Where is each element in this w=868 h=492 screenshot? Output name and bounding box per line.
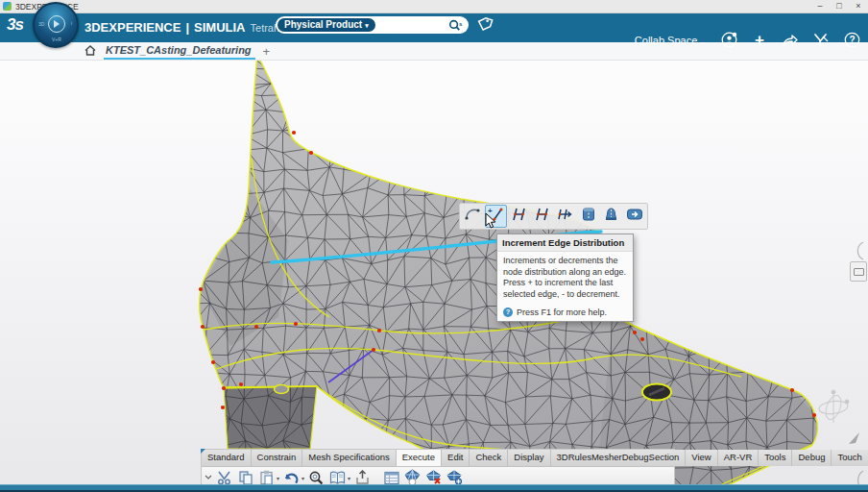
- profile-icon[interactable]: [720, 32, 737, 49]
- mesh-vertex: [790, 388, 794, 392]
- action-bar: StandardConstrainMesh SpecificationsExec…: [201, 449, 675, 488]
- mesh-vertex: [222, 386, 226, 390]
- undo-dropdown-icon[interactable]: ▾: [301, 475, 304, 481]
- brand-suite: SIMULIA: [194, 20, 245, 35]
- tab-active-document[interactable]: KTEST_CAsting_Defeaturing: [104, 43, 255, 60]
- mesh-vertex: [239, 382, 243, 386]
- mesh-notch: [275, 385, 289, 394]
- tooltip-help-text: Press F1 for more help.: [517, 308, 607, 317]
- top-search-bar[interactable]: Physical Product▾ s: [276, 16, 469, 34]
- mesh-vertex: [199, 287, 203, 291]
- window-titlebar: 3DEXPERIENCE – □ ×: [0, 0, 868, 13]
- edge-distribution-geometric-icon: [534, 207, 550, 226]
- tetrahedron-mesh-canvas: [0, 0, 868, 492]
- mesh-vertex: [292, 131, 296, 135]
- mesh-vertex: [221, 406, 225, 409]
- mesh-vertex: [211, 360, 215, 364]
- propagate-edge-distribution-button[interactable]: [554, 205, 576, 228]
- action-tab-standard[interactable]: Standard: [202, 450, 252, 466]
- brand-3dexperience: 3DEXPERIENCE: [84, 20, 181, 35]
- curve-distribution-button[interactable]: [462, 205, 484, 228]
- window-app-icon: [3, 2, 12, 11]
- action-tab-edit[interactable]: Edit: [442, 450, 470, 466]
- edge-distribution-button[interactable]: [508, 205, 530, 228]
- mouse-cursor: [485, 212, 497, 234]
- mesh-bell-icon: [604, 207, 618, 226]
- action-tab-check[interactable]: Check: [470, 450, 508, 466]
- mesh-vertex: [377, 329, 381, 332]
- maximize-button[interactable]: □: [830, 0, 849, 12]
- brand-separator: |: [185, 20, 189, 35]
- edge-distribution-icon: [511, 207, 527, 226]
- tooltip-title: Increment Edge Distribution: [497, 234, 633, 252]
- propagate-edge-distribution-icon: [556, 207, 574, 226]
- mesh-vertex: [309, 151, 313, 155]
- rotation-gizmo: [818, 390, 859, 444]
- edge-distribution-geometric-button[interactable]: [531, 205, 553, 228]
- 3ds-logo-icon[interactable]: 3s: [7, 15, 23, 35]
- hidden-panel-tab[interactable]: [850, 261, 867, 282]
- search-input[interactable]: [375, 17, 448, 33]
- mesh-vertex: [633, 331, 637, 334]
- action-tab-touch[interactable]: Touch: [832, 450, 868, 466]
- 6wtags-icon[interactable]: [475, 16, 494, 37]
- action-tab-display[interactable]: Display: [508, 450, 550, 466]
- search-icon[interactable]: s: [448, 19, 463, 32]
- help-badge-icon: ?: [503, 308, 513, 317]
- mesh-vertex: [294, 322, 298, 326]
- mesh-part-icon: [581, 207, 596, 226]
- mesh-vertex: [372, 348, 375, 352]
- mesh-part-button[interactable]: [577, 205, 599, 228]
- tooltip-body: Increments or decrements the node distri…: [497, 252, 633, 306]
- close-button[interactable]: ×: [849, 0, 868, 12]
- add-content-button[interactable]: +: [751, 32, 768, 49]
- paste-dropdown-icon[interactable]: ▾: [277, 475, 279, 481]
- viewport-3d[interactable]: [0, 0, 868, 492]
- 3d-compass[interactable]: 3D V+R i: [33, 2, 79, 48]
- action-tab-view[interactable]: View: [686, 450, 717, 466]
- new-tab-button[interactable]: +: [263, 44, 271, 59]
- action-tab-3drulesmesherdebugsection[interactable]: 3DRulesMesherDebugSection: [551, 450, 687, 466]
- 3ds-play-icon[interactable]: [812, 32, 830, 49]
- curve-distribution-icon: [465, 207, 481, 226]
- share-icon[interactable]: [782, 32, 799, 49]
- action-tab-execute[interactable]: Execute: [397, 450, 442, 466]
- action-tab-debug[interactable]: Debug: [792, 450, 832, 466]
- action-tab-tools[interactable]: Tools: [759, 450, 792, 466]
- help-icon[interactable]: ?: [843, 32, 860, 49]
- action-tab-mesh-specifications[interactable]: Mesh Specifications: [302, 450, 396, 466]
- mesh-vertex: [812, 413, 816, 417]
- compass-play-icon: [48, 15, 65, 33]
- chevron-down-icon: ⌄: [700, 37, 707, 46]
- collab-space-dropdown[interactable]: Collab Space⌄: [635, 35, 707, 46]
- action-tab-ar-vr[interactable]: AR-VR: [718, 450, 760, 466]
- action-bar-tabs: StandardConstrainMesh SpecificationsExec…: [202, 450, 674, 467]
- svg-text:s: s: [459, 20, 463, 26]
- mesh-vertex: [640, 337, 644, 341]
- comment-flag-button[interactable]: [623, 205, 645, 228]
- svg-text:?: ?: [849, 35, 855, 45]
- chevron-down-icon: ▾: [365, 22, 369, 29]
- mesh-vertex: [201, 325, 205, 329]
- minimize-button[interactable]: –: [810, 0, 830, 12]
- comment-flag-icon: [626, 208, 643, 226]
- window-bottom-border: [0, 484, 868, 492]
- search-scope-dropdown[interactable]: Physical Product▾: [277, 18, 375, 32]
- actionbar-corner-marker: [201, 449, 205, 454]
- catalog-dropdown-icon[interactable]: ▾: [348, 475, 350, 481]
- mesh-vertex: [254, 325, 258, 329]
- action-tab-constrain[interactable]: Constrain: [252, 450, 303, 466]
- tooltip-increment-edge-distribution: Increment Edge Distribution Increments o…: [496, 234, 634, 322]
- home-icon[interactable]: [84, 42, 96, 60]
- mesh-bell-button[interactable]: [600, 205, 622, 228]
